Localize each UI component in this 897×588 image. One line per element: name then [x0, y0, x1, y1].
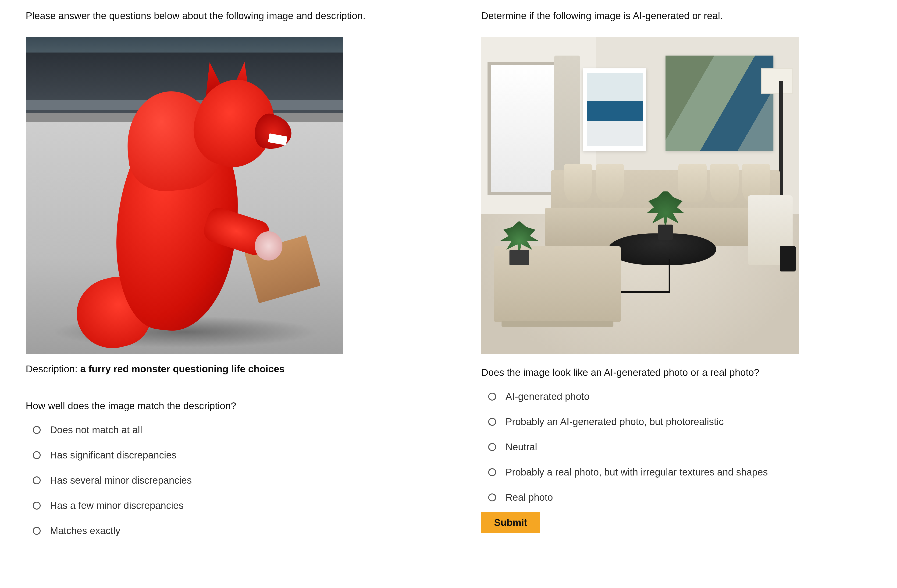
left-option-3[interactable]: Has a few minor discrepancies [33, 500, 430, 511]
left-option-0[interactable]: Does not match at all [33, 425, 430, 435]
left-question: How well does the image match the descri… [26, 400, 430, 412]
option-label: Neutral [505, 441, 537, 453]
option-label: Probably an AI-generated photo, but phot… [505, 416, 724, 428]
description-text: a furry red monster questioning life cho… [80, 363, 285, 374]
option-label: Has a few minor discrepancies [50, 500, 184, 511]
right-instruction: Determine if the following image is AI-g… [481, 9, 862, 23]
option-label: Real photo [505, 492, 553, 503]
radio-icon [488, 393, 496, 400]
radio-icon [33, 477, 41, 484]
radio-icon [33, 527, 41, 535]
red-creature-illustration [26, 37, 343, 354]
right-options: AI-generated photo Probably an AI-genera… [481, 391, 862, 503]
description-label: Description: [26, 363, 80, 374]
right-question: Does the image look like an AI-generated… [481, 367, 862, 378]
radio-icon [33, 451, 41, 459]
right-task: Determine if the following image is AI-g… [448, 9, 871, 536]
radio-icon [488, 493, 496, 501]
right-option-4[interactable]: Real photo [488, 492, 862, 503]
right-image [481, 37, 799, 354]
option-label: Probably a real photo, but with irregula… [505, 467, 768, 478]
left-image [26, 37, 343, 354]
submit-button[interactable]: Submit [481, 512, 540, 533]
option-label: Matches exactly [50, 525, 120, 536]
radio-icon [488, 468, 496, 476]
right-option-0[interactable]: AI-generated photo [488, 391, 862, 402]
left-task: Please answer the questions below about … [26, 9, 448, 536]
option-label: Has several minor discrepancies [50, 475, 192, 486]
radio-icon [488, 418, 496, 426]
left-option-4[interactable]: Matches exactly [33, 525, 430, 536]
right-option-3[interactable]: Probably a real photo, but with irregula… [488, 467, 862, 478]
radio-icon [488, 443, 496, 451]
right-option-2[interactable]: Neutral [488, 441, 862, 453]
left-option-1[interactable]: Has significant discrepancies [33, 450, 430, 461]
option-label: Has significant discrepancies [50, 450, 177, 461]
left-option-2[interactable]: Has several minor discrepancies [33, 475, 430, 486]
right-option-1[interactable]: Probably an AI-generated photo, but phot… [488, 416, 862, 428]
living-room-illustration [481, 37, 799, 354]
left-description: Description: a furry red monster questio… [26, 363, 430, 375]
option-label: AI-generated photo [505, 391, 589, 402]
radio-icon [33, 502, 41, 510]
left-options: Does not match at all Has significant di… [26, 425, 430, 536]
left-instruction: Please answer the questions below about … [26, 9, 430, 23]
radio-icon [33, 426, 41, 434]
option-label: Does not match at all [50, 425, 142, 435]
